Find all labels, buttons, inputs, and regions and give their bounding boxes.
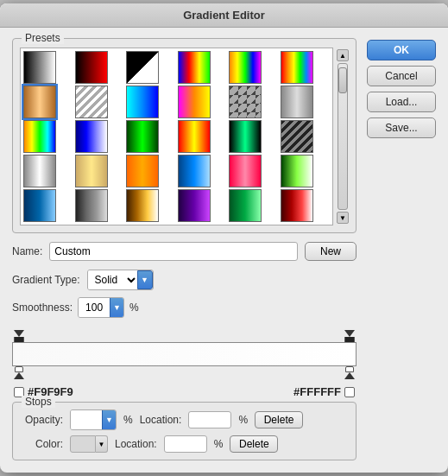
scroll-track[interactable] — [338, 63, 348, 210]
titlebar: Gradient Editor — [0, 3, 448, 28]
scroll-thumb[interactable] — [338, 67, 347, 93]
opacity-arrow-icon: ▼ — [105, 416, 113, 424]
color-swatch-input: ▼ — [70, 435, 108, 453]
smoothness-label: Smoothness: — [12, 301, 73, 314]
color-hex-row: #F9F9F9 #FFFFFF — [12, 385, 357, 398]
opacity-unit: % — [123, 414, 133, 426]
preset-swatch-8[interactable] — [126, 86, 159, 118]
gradient-type-row: Gradient Type: Solid Noise ▼ — [12, 270, 357, 290]
preset-swatch-28[interactable] — [229, 189, 262, 222]
opacity-delete-button[interactable]: Delete — [255, 411, 303, 428]
preset-swatch-15[interactable] — [178, 120, 211, 153]
preset-swatch-21[interactable] — [178, 155, 211, 187]
color-arrow-icon: ▼ — [98, 441, 105, 448]
chevron-down-icon-2: ▼ — [113, 303, 121, 312]
opacity-input-wrap: ▼ — [70, 409, 117, 430]
opacity-stop-right[interactable] — [344, 330, 355, 342]
scroll-down-arrow[interactable]: ▼ — [337, 212, 349, 224]
color-stop-left[interactable] — [14, 366, 24, 379]
gradient-type-arrow: ▼ — [137, 270, 153, 289]
presets-label: Presets — [22, 32, 64, 44]
color-stop-body-right — [345, 366, 354, 372]
name-input[interactable] — [49, 242, 298, 261]
location-unit-2: % — [214, 438, 224, 450]
preset-swatch-29[interactable] — [281, 189, 313, 222]
preset-swatch-24[interactable] — [23, 189, 56, 222]
preset-swatch-2[interactable] — [126, 51, 159, 84]
new-button[interactable]: New — [305, 242, 357, 261]
scroll-up-icon: ▲ — [339, 52, 346, 60]
preset-swatch-12[interactable] — [23, 120, 56, 153]
color-icon-right — [344, 387, 355, 397]
color-label: Color: — [22, 438, 63, 450]
presets-group: Presets — [12, 38, 357, 233]
stops-group: Stops Opacity: ▼ % Location: % Delete — [12, 402, 357, 460]
preset-swatch-0[interactable] — [23, 51, 56, 84]
preset-swatch-3[interactable] — [178, 51, 211, 84]
stop-triangle-down-left — [14, 330, 24, 337]
scroll-down-icon: ▼ — [339, 214, 346, 222]
gradient-preview-bar[interactable] — [12, 342, 357, 366]
preset-swatch-11[interactable] — [281, 86, 313, 118]
opacity-stop-left[interactable] — [14, 330, 24, 342]
preset-swatch-25[interactable] — [75, 189, 108, 222]
gradient-bar-area — [12, 328, 357, 380]
preset-swatch-23[interactable] — [281, 155, 313, 187]
smoothness-input[interactable] — [79, 298, 110, 317]
color-swatch-box[interactable] — [70, 435, 96, 453]
presets-scrollbar: ▲ ▼ — [337, 48, 349, 225]
preset-swatch-20[interactable] — [126, 155, 159, 187]
preset-swatch-22[interactable] — [229, 155, 262, 187]
preset-swatch-4[interactable] — [229, 51, 262, 84]
save-button[interactable]: Save... — [367, 117, 436, 138]
preset-swatch-1[interactable] — [75, 51, 108, 84]
preset-swatch-27[interactable] — [178, 189, 211, 222]
preset-swatch-6[interactable] — [23, 86, 56, 118]
name-label: Name: — [12, 245, 42, 257]
gradient-type-label: Gradient Type: — [12, 274, 80, 286]
cancel-button[interactable]: Cancel — [367, 66, 436, 86]
opacity-arrow[interactable]: ▼ — [102, 410, 116, 429]
stops-group-label: Stops — [22, 396, 55, 408]
stop-triangle-down-right — [344, 330, 355, 337]
hex-value-right: #FFFFFF — [293, 385, 341, 398]
ok-button[interactable]: OK — [367, 40, 436, 60]
opacity-input[interactable] — [71, 410, 102, 429]
right-panel: OK Cancel Load... Save... — [367, 38, 436, 460]
color-stop-right[interactable] — [344, 366, 355, 379]
preset-swatch-10[interactable] — [229, 86, 262, 118]
preset-swatch-26[interactable] — [126, 189, 159, 222]
opacity-location-input[interactable] — [188, 411, 231, 428]
color-stops-row — [12, 366, 357, 380]
preset-swatch-7[interactable] — [75, 86, 108, 118]
preset-swatch-13[interactable] — [75, 120, 108, 153]
load-button[interactable]: Load... — [367, 92, 436, 112]
color-delete-button[interactable]: Delete — [230, 435, 278, 453]
scroll-up-arrow[interactable]: ▲ — [337, 49, 349, 61]
content-area: Presets — [0, 28, 448, 473]
smoothness-arrow[interactable]: ▼ — [110, 298, 123, 317]
preset-swatch-17[interactable] — [281, 120, 313, 153]
preset-swatch-14[interactable] — [126, 120, 159, 153]
preset-swatch-5[interactable] — [281, 51, 313, 84]
preset-swatch-16[interactable] — [229, 120, 262, 153]
smoothness-row: Smoothness: ▼ % — [12, 297, 357, 318]
preset-swatch-19[interactable] — [75, 155, 108, 187]
name-row: Name: New — [12, 242, 357, 261]
hex-right: #FFFFFF — [293, 385, 355, 398]
smoothness-input-wrap: ▼ — [78, 297, 124, 318]
location-label-1: Location: — [140, 414, 182, 426]
gradient-editor-window: Gradient Editor Presets — [0, 3, 448, 473]
left-panel: Presets — [12, 38, 357, 460]
preset-swatch-9[interactable] — [178, 86, 211, 118]
preset-swatch-18[interactable] — [23, 155, 56, 187]
color-location-input[interactable] — [164, 435, 207, 453]
color-stop-body-left — [15, 366, 23, 372]
color-swatch-arrow[interactable]: ▼ — [96, 435, 108, 453]
smoothness-unit: % — [129, 301, 139, 314]
location-unit-1: % — [238, 414, 248, 426]
stop-triangle-up-left — [14, 372, 24, 379]
gradient-type-select[interactable]: Solid Noise — [88, 270, 138, 289]
gradient-type-select-container[interactable]: Solid Noise ▼ — [87, 270, 154, 290]
opacity-label: Opacity: — [22, 414, 63, 426]
